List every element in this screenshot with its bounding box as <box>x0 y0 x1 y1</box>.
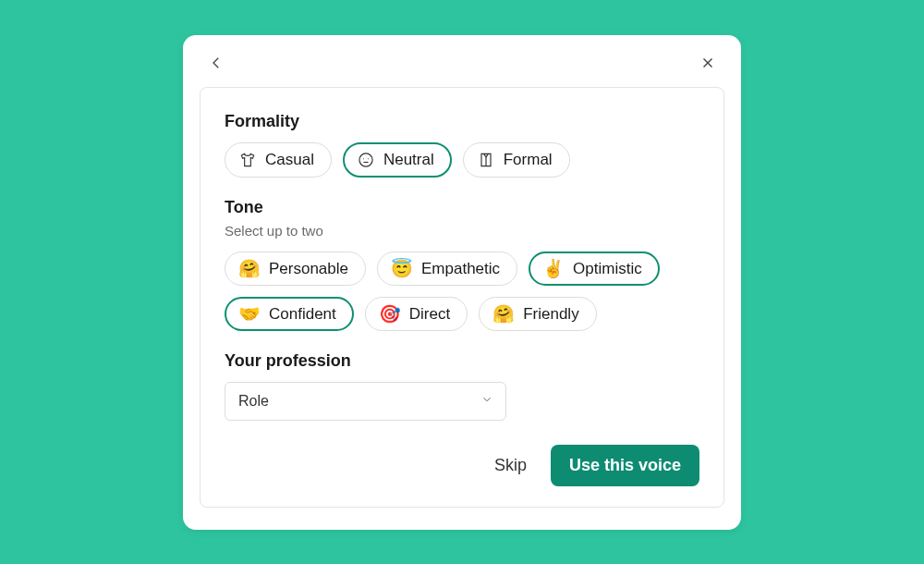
pill-label: Personable <box>269 261 348 276</box>
hugging-face-icon: 🤗 <box>492 305 515 323</box>
voice-settings-card: Formality Casual Neutral <box>183 35 741 530</box>
formality-options: Casual Neutral Formal <box>225 142 699 178</box>
neutral-face-icon <box>357 151 375 169</box>
close-button[interactable] <box>695 52 721 78</box>
tone-option-confident[interactable]: 🤝 Confident <box>225 297 354 331</box>
profession-select[interactable]: Role <box>225 382 506 421</box>
victory-hand-icon: ✌️ <box>542 260 565 277</box>
tone-option-optimistic[interactable]: ✌️ Optimistic <box>529 251 660 286</box>
chevron-left-icon <box>208 55 225 74</box>
target-icon: 🎯 <box>379 305 401 323</box>
formality-option-neutral[interactable]: Neutral <box>343 142 452 178</box>
formality-option-casual[interactable]: Casual <box>225 142 332 178</box>
formality-title: Formality <box>225 112 699 131</box>
svg-point-4 <box>368 158 369 159</box>
svg-point-3 <box>363 158 364 159</box>
pill-label: Confident <box>269 306 336 322</box>
formality-section: Formality Casual Neutral <box>225 112 699 178</box>
tone-subtitle: Select up to two <box>225 223 699 239</box>
tone-option-friendly[interactable]: 🤗 Friendly <box>479 297 596 331</box>
handshake-icon: 🤝 <box>238 305 261 323</box>
footer-actions: Skip Use this voice <box>225 445 699 486</box>
profession-select-wrap: Role <box>225 382 506 421</box>
formality-option-formal[interactable]: Formal <box>463 142 570 178</box>
formal-shirt-icon <box>477 151 495 169</box>
pill-label: Casual <box>265 152 314 167</box>
close-icon <box>699 55 716 74</box>
tshirt-icon <box>238 151 257 169</box>
profession-title: Your profession <box>225 351 699 371</box>
pill-label: Formal <box>504 152 553 167</box>
tone-option-direct[interactable]: 🎯 Direct <box>365 297 468 331</box>
pill-label: Empathetic <box>421 261 500 276</box>
card-header <box>200 52 724 78</box>
tone-section: Tone Select up to two 🤗 Personable 😇 Emp… <box>225 198 699 331</box>
svg-point-2 <box>359 153 372 166</box>
tone-option-personable[interactable]: 🤗 Personable <box>225 251 366 286</box>
skip-button[interactable]: Skip <box>487 450 534 481</box>
pill-label: Direct <box>409 306 450 322</box>
halo-face-icon: 😇 <box>391 260 413 277</box>
tone-title: Tone <box>225 198 699 217</box>
use-this-voice-button[interactable]: Use this voice <box>551 445 699 486</box>
tone-option-empathetic[interactable]: 😇 Empathetic <box>377 251 517 286</box>
pill-label: Friendly <box>523 306 578 322</box>
profession-section: Your profession Role <box>225 351 699 421</box>
pill-label: Neutral <box>383 152 434 167</box>
settings-panel: Formality Casual Neutral <box>200 87 724 508</box>
back-button[interactable] <box>203 52 229 78</box>
tone-options: 🤗 Personable 😇 Empathetic ✌️ Optimistic … <box>225 251 699 331</box>
hugging-face-icon: 🤗 <box>238 260 261 277</box>
profession-select-value: Role <box>238 393 269 409</box>
pill-label: Optimistic <box>573 261 642 276</box>
